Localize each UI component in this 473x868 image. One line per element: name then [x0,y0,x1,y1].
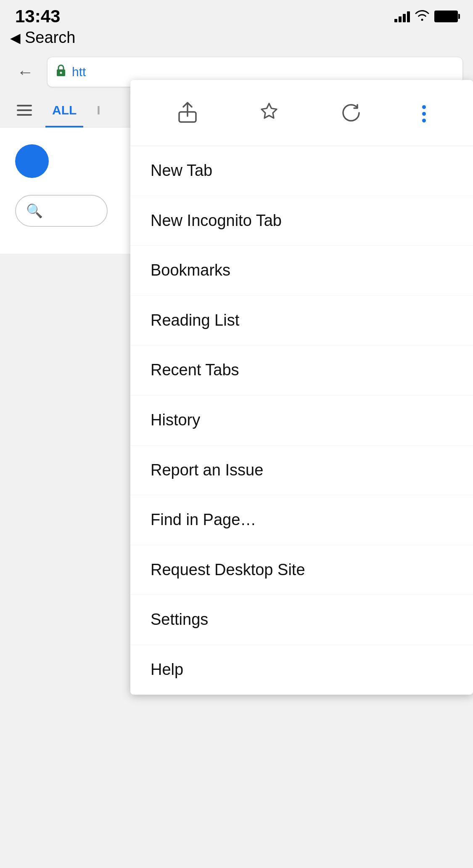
hamburger-line [17,105,32,106]
menu-item-history[interactable]: History [130,396,473,446]
more-icon [422,105,426,122]
hamburger-button[interactable] [10,98,39,122]
wifi-icon [415,9,429,24]
status-icons [394,9,458,24]
menu-item-new-tab[interactable]: New Tab [130,146,473,196]
menu-item-bookmarks[interactable]: Bookmarks [130,246,473,296]
back-label[interactable]: Search [25,29,75,47]
hamburger-line [17,114,32,116]
address-text: htt [72,65,86,79]
status-bar: 13:43 [0,0,473,29]
status-time: 13:43 [15,8,60,25]
menu-item-find-in-page[interactable]: Find in Page… [130,495,473,545]
more-button[interactable] [415,98,433,129]
star-icon [258,102,280,125]
menu-item-report-issue[interactable]: Report an Issue [130,446,473,496]
search-icon: 🔍 [26,203,43,219]
tab-inactive[interactable]: I [90,93,107,127]
nav-back-arrow-icon: ← [17,63,34,82]
menu-items-container: New TabNew Incognito TabBookmarksReading… [130,146,473,695]
signal-icon [394,11,410,22]
bookmark-button[interactable] [251,95,287,132]
refresh-icon [341,102,362,125]
battery-icon [434,11,458,22]
dropdown-menu: New TabNew Incognito TabBookmarksReading… [130,80,473,695]
share-button[interactable] [171,95,204,132]
search-pill[interactable]: 🔍 [15,195,108,227]
share-icon [177,102,198,125]
refresh-button[interactable] [334,96,368,132]
back-nav: ◀ Search [0,29,473,51]
nav-back-button[interactable]: ← [10,57,40,87]
menu-item-settings[interactable]: Settings [130,595,473,645]
back-arrow-icon: ◀ [10,30,21,46]
menu-item-help[interactable]: Help [130,645,473,695]
menu-item-request-desktop[interactable]: Request Desktop Site [130,545,473,595]
menu-item-new-incognito-tab[interactable]: New Incognito Tab [130,196,473,246]
blue-circle [15,144,49,178]
hamburger-line [17,109,32,111]
menu-item-recent-tabs[interactable]: Recent Tabs [130,345,473,396]
menu-icon-row [130,80,473,146]
menu-item-reading-list[interactable]: Reading List [130,296,473,346]
lock-icon [55,64,67,81]
tab-all[interactable]: ALL [45,93,83,127]
svg-point-1 [60,72,62,74]
back-search-row: ◀ Search [10,29,458,47]
